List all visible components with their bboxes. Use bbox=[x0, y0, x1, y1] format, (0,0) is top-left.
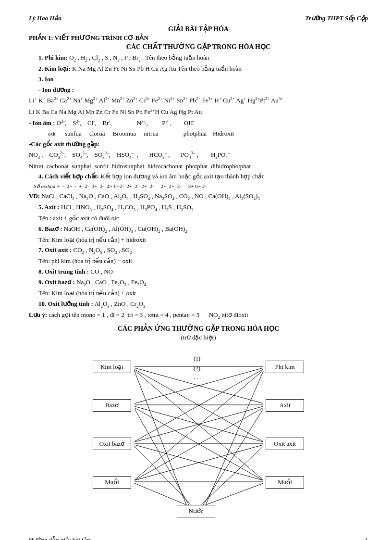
label-dots: . . . bbox=[194, 374, 201, 380]
label-1: (1) bbox=[194, 355, 200, 362]
item-9: 9. Oxit bazơ : Na2O , CaO , Fe2O3 , Fe3O… bbox=[38, 277, 368, 288]
goc-axit-names: Nitrat cacbonat sunphat sunfit hidrosunp… bbox=[29, 162, 368, 172]
item-1: 1. Phi kim: O2 , H2 , Cl2 , S , N2 , P ,… bbox=[38, 53, 368, 63]
so-oxi-row: Số oxihoá + - 2+ · + 2- 3+ 2- 4+ 6+2- 2+… bbox=[34, 182, 368, 191]
box-oxit-bazo: Oxit bazơ bbox=[93, 438, 131, 450]
diagram-section: CÁC PHẢN ỨNG THƯỜNG GẶP TRONG HÓA HỌC (t… bbox=[29, 325, 368, 524]
part1-title: PHẦN 1: VIẾT PHƯƠNG TRÌNH CƠ BẢN bbox=[29, 34, 368, 42]
footer-page: 1 bbox=[365, 536, 368, 540]
item-3: 3. Ion bbox=[38, 75, 368, 85]
item-4: 4. Cách viết hợp chất: Kết hợp ion dương… bbox=[38, 172, 368, 182]
box-nuoc: Nước bbox=[177, 505, 215, 517]
label-2: (2) bbox=[194, 365, 200, 372]
content-block: 1. Phi kim: O2 , H2 , Cl2 , S , N2 , P ,… bbox=[29, 53, 368, 321]
item-2: 2. Kim loại: K Na Mg Al Zn Fe Ni Sn Pb H… bbox=[38, 64, 368, 74]
header-left: Lý Hao Hảo bbox=[29, 14, 61, 22]
box-axit: Axit bbox=[266, 399, 304, 412]
goc-axit-label: -Các gốc axit thường gặp: bbox=[29, 139, 368, 150]
item-5: 5. Axit : HCl , HNO3 , H2SO4 , H2CO3 , H… bbox=[38, 202, 368, 213]
luu-y: Lưu ý: cách gọi tên mono = 1 , đi = 2 tr… bbox=[29, 310, 368, 321]
item-7: 7. Oxit axit : CO2 , N2O5 , SO3 , SO2 bbox=[38, 245, 368, 256]
ion-duong-list1: Li+ K+ Ba2+ Ca2+ Na+ Mg2+ Al3+ Mn2+ Zn2+… bbox=[29, 95, 368, 106]
ion-am-names: oxit sunfua clorua Broomua nitrua photph… bbox=[48, 129, 368, 139]
ion-am-label: - Ion âm : O2-, S2-, Cl-, Br-, N3-·, P3–… bbox=[29, 118, 368, 128]
sub-title: CÁC CHẤT THƯỜNG GẶP TRONG HÓA HỌC bbox=[29, 43, 368, 51]
item-10: 10. Oxit lưỡng tính : Al2O3 , ZnO , Cr2O… bbox=[38, 299, 368, 310]
item-9-ten: Tên: Kim loại (hóa trị nếu cần) + oxit bbox=[38, 289, 368, 299]
box-oxit-axit: Oxit axit bbox=[266, 438, 304, 450]
item1-label: Phi kim: bbox=[45, 54, 68, 61]
item-7-ten: Tên: phi kim (hóa trị nếu cần) + oxit bbox=[38, 256, 368, 266]
box-bazo: Bazơ bbox=[93, 399, 131, 412]
svg-line-20 bbox=[201, 446, 263, 505]
item2-label: 2. Kim loại: bbox=[38, 65, 71, 72]
item1-num: 1. Phi kim: bbox=[38, 54, 68, 61]
item-6-ten: Tên: Kim loại (hóa trị nếu cần) + hidrox… bbox=[38, 235, 368, 245]
item-8: 8. Oxit trung tính : CO , NO bbox=[38, 267, 368, 277]
header-right: Trường THPT Sốp Cộp bbox=[305, 14, 368, 22]
diagram-container: (1) (2) . . . Kim loại Phi kim Bazơ Axit… bbox=[83, 346, 314, 524]
ion-duong-list2: Li K Ba Ca Na Mg Al Mn Zn Cr Fe Ni Sn Pb… bbox=[29, 107, 368, 117]
goc-axit-list1: NO3-, CO32–, SO42–, SO32–, HSO4– , HCO3–… bbox=[29, 150, 368, 161]
main-title: GIẢI BÀI TẬP HÓA bbox=[29, 25, 368, 33]
item-5-ten: Tên : axit + gốc axit có đuôi oic bbox=[38, 213, 368, 224]
footer: Hướng dẫn giải bài tập 1 bbox=[29, 534, 368, 540]
item3-label: 3. Ion bbox=[38, 75, 54, 83]
box-muoi-left: Muối bbox=[93, 476, 131, 489]
box-phi-kim: Phi kim bbox=[266, 361, 304, 373]
vd-hop-chat: VD: NaCl , CaCl2 , Na2O , CaO , Al2O3 , … bbox=[29, 191, 368, 202]
footer-left: Hướng dẫn giải bài tập bbox=[29, 536, 90, 540]
ion-duong-label: - Ion dương : bbox=[38, 85, 368, 95]
box-muoi-right: Muối bbox=[266, 476, 304, 489]
box-kim-loai: Kim loại bbox=[93, 361, 131, 373]
svg-line-15 bbox=[203, 409, 263, 505]
item-6: 6. Bazơ : NaOH , Ca(OH)2 , Al(OH)3 , Cu(… bbox=[38, 224, 368, 235]
diagram-subtitle: (trừ đặc biệt) bbox=[29, 334, 368, 341]
svg-line-23 bbox=[206, 483, 263, 505]
diagram-title: CÁC PHẢN ỨNG THƯỜNG GẶP TRONG HÓA HỌC bbox=[29, 325, 368, 333]
